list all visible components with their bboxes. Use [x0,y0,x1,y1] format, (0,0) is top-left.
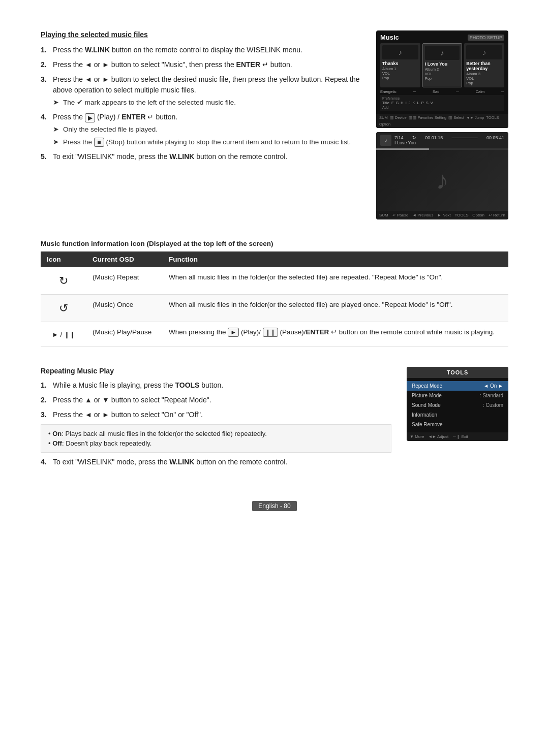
tools-item-repeat: Repeat Mode ◄ On ► [407,381,508,391]
music-screen-title: Music [380,34,399,41]
rep-step-4-num: 4. [41,457,49,467]
tools-screen: TOOLS Repeat Mode ◄ On ► Picture Mode : … [407,367,508,441]
now-playing-thumb: ♪ [380,135,391,146]
track-3-icon: ♪ [466,45,502,59]
tools-item-remove: Safe Remove [407,420,508,429]
rep-step-3-text: Press the ◄ or ► button to select "On" o… [53,410,391,420]
repeating-step4-list: 4. To exit "WISELINK" mode, press the W.… [41,457,391,467]
step-3-subnote: ➤ The ✔ mark appears to the left of the … [53,98,361,108]
step-3-subnote-text: The ✔ mark appears to the left of the se… [63,98,236,108]
emotion-dots-3: ··· [501,89,504,94]
rep-step-1-num: 1. [41,380,49,391]
tools-more: ▼ More [410,434,424,439]
step-3: 3. Press the ◄ or ► button to select the… [41,74,361,108]
icon-cell-1: ↻ [41,267,86,295]
playing-steps: 1. Press the W.LINK button on the remote… [41,45,361,162]
bottom-bar-text: SUM [379,115,388,120]
rep-step-4-text: To exit "WISELINK" mode, press the W.LIN… [53,457,391,467]
osd-cell-2: (Music) Once [86,295,163,322]
ctrl-tools: TOOLS [455,213,469,217]
music-screens: Music PHOTO SETUP ♪ Thanks Album 1VOLPop… [376,30,508,219]
ctrl-option: Option [472,213,484,217]
track-1-info: Album 1VOLPop [382,67,418,80]
repeating-title: Repeating Music Play [41,367,391,375]
rep-step-2-text: Press the ▲ or ▼ button to select "Repea… [53,395,391,405]
now-playing-screen: ♪ 7/14 ↻ 00:01:15 ──────── 00:05:41 I Lo… [376,132,508,219]
function-table: Icon Current OSD Function ↻ (Music) Repe… [41,251,508,346]
music-bottom-bar: SUM ▥ Device ▥▥ Favorites Setting ▥ Sele… [376,114,508,128]
now-playing-repeat-icon: ↻ [412,135,416,140]
music-filter-row: Preference Title F G H I J K L P S [380,95,504,111]
repeating-text: Repeating Music Play 1. While a Music fi… [41,367,391,471]
filter-f: F [391,101,394,105]
function-cell-3: When pressing the ► (Play)/ ❙❙ (Pause)/E… [163,322,508,346]
emotion-3: Calm [476,89,485,94]
tools-item-sound: Sound Mode : Custom [407,400,508,410]
rep-step-2-num: 2. [41,395,49,405]
bottom-tools: TOOLS [486,115,499,120]
tools-exit: ←❙ Exit [452,434,468,439]
track-1-name: Thanks [382,61,418,66]
tools-label-repeat: Repeat Mode [412,383,442,389]
ctrl-return: ↩ Return [489,213,505,217]
table-caption: Music function information icon (Display… [41,240,508,247]
music-emotion-row: Energetic ··· Sad ··· Calm ··· [380,89,504,94]
tools-item-info: Information [407,410,508,420]
tools-label-info: Information [412,412,437,418]
filter-h: H [401,101,403,105]
table-section: Music function information icon (Display… [41,240,508,346]
now-playing-top-row: 7/14 ↻ 00:01:15 ──────── 00:05:41 [394,135,504,140]
repeating-steps: 1. While a Music file is playing, press … [41,380,391,420]
playing-text: Playing the selected music files 1. Pres… [41,30,361,219]
table-row-3: ► / ❙❙ (Music) Play/Pause When pressing … [41,322,508,346]
step-4-subnote-1: ➤ Only the selected file is played. [53,124,361,135]
ctrl-pause: ↵ Pause [392,213,409,217]
tools-title: TOOLS [407,367,508,378]
ctrl-sum: SUM [379,213,388,217]
track-2-icon: ♪ [425,46,460,60]
tools-screen-container: TOOLS Repeat Mode ◄ On ► Picture Mode : … [407,367,508,471]
step-1-content: Press the W.LINK button on the remote co… [53,45,361,55]
bottom-jump: ◄► Jump [466,115,484,120]
col-icon: Icon [41,251,86,267]
emotion-dots-1: ··· [413,89,416,94]
track-2: ♪ I Love You Album 2VOLPop [422,43,463,87]
step-3-content: Press the ◄ or ► button to select the de… [53,74,361,108]
step-2-content: Press the ◄ or ► button to select "Music… [53,59,361,70]
bullet-on: • On: Plays back all music files in the … [48,430,384,437]
tools-value-sound: : Custom [483,402,503,408]
table-header-row: Icon Current OSD Function [41,251,508,267]
step-4-subnote-2: ➤ Press the ■ (Stop) button while playin… [53,137,361,147]
play-pause-icon: ► / ❙❙ [52,331,75,338]
rep-step-2: 2. Press the ▲ or ▼ button to select "Re… [41,395,391,405]
icon-cell-3: ► / ❙❙ [41,322,86,346]
ctrl-next: ► Next [437,213,451,217]
tools-adjust: ◄► Adjust [428,434,448,439]
repeat-all-icon: ↻ [59,274,68,287]
osd-cell-1: (Music) Repeat [86,267,163,295]
filter-i: I [406,101,407,105]
tools-value-picture: : Standard [480,393,503,398]
icon-cell-2: ↺ [41,295,86,322]
filter-title: Preference [382,97,502,100]
tools-item-picture: Picture Mode : Standard [407,391,508,400]
step-1: 1. Press the W.LINK button on the remote… [41,45,361,55]
ctrl-prev: ◄ Previous [412,213,433,217]
filter-title-item: Title [382,101,389,105]
tools-label-remove: Safe Remove [412,422,443,427]
col-function: Function [163,251,508,267]
filter-p: P [421,101,424,105]
step-5-content: To exit "WISELINK" mode, press the W.LIN… [53,151,361,162]
now-playing-time: 00:01:15 [425,135,443,140]
emotion-dots-2: ··· [456,89,459,94]
now-playing-info: 7/14 ↻ 00:01:15 ──────── 00:05:41 I Love… [394,135,504,145]
track-1-icon: ♪ [382,45,418,59]
filter-g: G [395,101,399,105]
tools-bottom-bar: ▼ More ◄► Adjust ←❙ Exit [407,432,508,441]
track-2-name: I Love You [425,61,460,67]
step-2: 2. Press the ◄ or ► button to select "Mu… [41,59,361,70]
inline-play-key: ► [228,328,239,337]
step-4: 4. Press the ▶ (Play) / ENTER ↵ button. … [41,112,361,147]
track-1: ♪ Thanks Album 1VOLPop [380,43,420,87]
stop-key: ■ [94,138,104,147]
